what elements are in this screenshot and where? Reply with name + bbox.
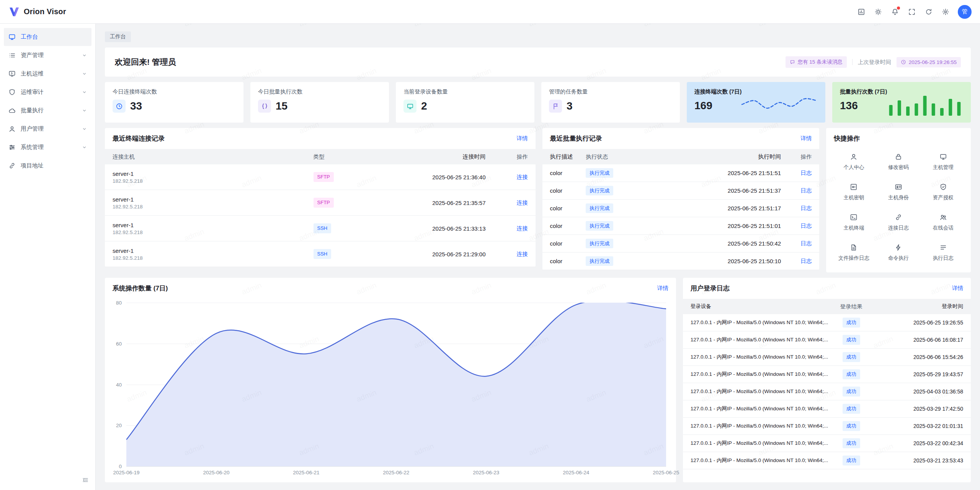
login-result-badge: 成功 [843, 352, 860, 362]
connect-link[interactable]: 连接 [517, 225, 528, 231]
quick-action-asset-grant[interactable]: 资产授权 [921, 183, 965, 201]
quick-action-host-key[interactable]: 主机密钥 [831, 183, 876, 201]
topbar-notifications-bell-button[interactable] [888, 5, 902, 19]
sidebar-item-label: 系统管理 [21, 144, 77, 151]
batch-table-row: color执行完成2025-06-25 21:50:42日志 [542, 235, 820, 252]
topbar-settings-gear-button[interactable] [939, 5, 952, 19]
quick-action-label: 资产授权 [933, 194, 954, 201]
topbar-overview-panel-button[interactable] [854, 5, 868, 19]
log-link[interactable]: 日志 [800, 223, 812, 229]
batch-table-row: color执行完成2025-06-25 21:51:17日志 [542, 200, 820, 217]
sidebar-item-label: 主机运维 [21, 70, 77, 77]
stat-icon-wrap [258, 100, 271, 113]
quick-action-host-terminal[interactable]: 主机终端 [831, 213, 876, 231]
log-link[interactable]: 日志 [800, 205, 812, 211]
sidebar-item-asset-management[interactable]: 资产管理 [4, 46, 91, 64]
terminal-table-row: server-1182.92.5.218SFTP2025-06-25 21:35… [105, 190, 536, 216]
sidebar-collapse-button[interactable] [80, 475, 91, 485]
stat-card-managed-tasks: 管理的任务数量3 [541, 82, 680, 123]
message-icon [790, 59, 795, 65]
x-tick-label: 2025-06-20 [203, 470, 229, 475]
topbar-theme-sun-button[interactable] [871, 5, 885, 19]
exec-status-badge: 执行完成 [586, 168, 613, 178]
topbar-refresh-button[interactable] [922, 5, 936, 19]
welcome-card: 欢迎回来! 管理员 您有 15 条未读消息 上次登录时间 2025-06-25 … [105, 48, 971, 77]
quick-action-label: 主机管理 [933, 164, 954, 171]
app-name: Orion Visor [24, 7, 66, 16]
log-link[interactable]: 日志 [800, 170, 812, 176]
login-log-detail-link[interactable]: 详情 [952, 285, 963, 292]
main-content: adminadminadminadminadminadminadminadmin… [96, 24, 980, 490]
system-operations-detail-link[interactable]: 详情 [657, 285, 668, 292]
quick-actions-title: 快捷操作 [834, 134, 860, 143]
batch-icon [8, 107, 16, 114]
unread-messages-badge[interactable]: 您有 15 条未读消息 [786, 56, 847, 68]
assets-icon [8, 52, 16, 59]
user-avatar[interactable]: 管 [958, 5, 972, 19]
login-device: 127.0.0.1 - 内网IP - Mozilla/5.0 (Windows … [691, 354, 829, 361]
watermark-text: admin [642, 24, 665, 28]
log-link[interactable]: 日志 [800, 258, 812, 264]
terminal-records-card: 最近终端连接记录 详情 连接主机类型连接时间操作server-1182.92.5… [105, 128, 536, 267]
login-time: 2025-03-29 17:42:50 [873, 406, 963, 412]
exec-status-badge: 执行完成 [586, 203, 613, 213]
chevron-down-icon-wrap [82, 71, 87, 76]
sidebar-item-workbench[interactable]: 工作台 [4, 28, 91, 46]
sidebar-item-ops-audit[interactable]: 运维审计 [4, 83, 91, 101]
log-link[interactable]: 日志 [800, 187, 812, 193]
clock-icon-small [901, 59, 906, 65]
chart-body: 806040200 2025-06-192025-06-202025-06-21… [105, 299, 676, 482]
terminal-records-detail-link[interactable]: 详情 [517, 135, 528, 142]
welcome-title: 欢迎回来! 管理员 [115, 57, 176, 67]
batch-records-detail-link[interactable]: 详情 [800, 135, 812, 142]
quick-action-change-password[interactable]: 修改密码 [876, 153, 921, 171]
exec-status-badge: 执行完成 [586, 186, 613, 196]
quick-action-personal-center[interactable]: 个人中心 [831, 153, 876, 171]
sidebar-item-user-management[interactable]: 用户管理 [4, 120, 91, 138]
sidebar-item-batch-exec[interactable]: 批量执行 [4, 102, 91, 120]
topbar-fullscreen-button[interactable] [905, 5, 919, 19]
quick-action-label: 连接日志 [888, 225, 909, 231]
stat-label: 今日连接终端次数 [113, 88, 236, 95]
shield-check-icon [939, 183, 947, 191]
vertical-divider [852, 59, 853, 65]
log-link[interactable]: 日志 [800, 240, 812, 246]
quick-action-command-exec[interactable]: 命令执行 [876, 244, 921, 262]
login-table-row: 127.0.0.1 - 内网IP - Mozilla/5.0 (Windows … [683, 366, 971, 383]
sidebar-item-label: 项目地址 [21, 162, 87, 169]
overview-panel-icon [858, 8, 865, 16]
login-log-card: 用户登录日志 详情 登录设备登录结果登录时间127.0.0.1 - 内网IP -… [683, 278, 971, 482]
breadcrumb-item-workbench[interactable]: 工作台 [105, 31, 131, 42]
sidebar-menu: 工作台资产管理主机运维运维审计批量执行用户管理系统管理项目地址 [0, 28, 95, 175]
quick-action-online-session[interactable]: 在线会话 [921, 213, 965, 231]
sidebar-item-label: 批量执行 [21, 107, 77, 114]
quick-action-label: 文件操作日志 [838, 255, 869, 262]
login-device: 127.0.0.1 - 内网IP - Mozilla/5.0 (Windows … [691, 388, 829, 395]
sidebar-item-project-link[interactable]: 项目地址 [4, 157, 91, 175]
connect-link[interactable]: 连接 [517, 251, 528, 257]
exec-description: color [550, 258, 586, 264]
login-device: 127.0.0.1 - 内网IP - Mozilla/5.0 (Windows … [691, 336, 829, 343]
clock-icon [901, 59, 906, 65]
chevron-down-icon [82, 71, 87, 76]
login-result-badge: 成功 [843, 456, 860, 465]
quick-action-host-management[interactable]: 主机管理 [921, 153, 965, 171]
connect-link[interactable]: 连接 [517, 200, 528, 206]
exec-time: 2025-06-25 21:50:10 [666, 258, 781, 264]
app-logo[interactable]: Orion Visor [8, 6, 66, 18]
host-ip: 182.92.5.218 [113, 229, 314, 235]
batch-table-header: 执行描述执行状态执行时间操作 [542, 149, 820, 164]
quick-action-file-operation-log[interactable]: 文件操作日志 [831, 244, 876, 262]
sidebar-item-system-management[interactable]: 系统管理 [4, 138, 91, 156]
sidebar-item-label: 工作台 [21, 33, 87, 41]
quick-action-host-identity[interactable]: 主机身份 [876, 183, 921, 201]
connect-link[interactable]: 连接 [517, 174, 528, 180]
sidebar-item-host-ops[interactable]: 主机运维 [4, 65, 91, 83]
exec-description: color [550, 223, 586, 229]
quick-action-exec-log[interactable]: 执行日志 [921, 244, 965, 262]
bolt-icon [895, 244, 902, 251]
quick-action-connection-log[interactable]: 连接日志 [876, 213, 921, 231]
list-icon [939, 244, 947, 251]
spark-line-chart [741, 94, 818, 116]
exec-time: 2025-06-25 21:51:01 [666, 223, 781, 229]
